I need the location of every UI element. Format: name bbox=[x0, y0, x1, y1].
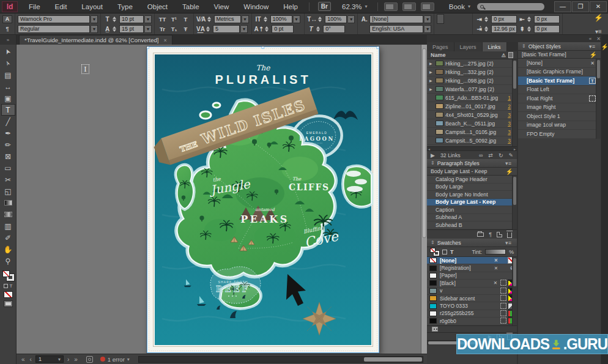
hand-tool[interactable]: ✋ bbox=[1, 243, 15, 255]
menu-item[interactable]: Table bbox=[175, 3, 207, 10]
justify-center-button[interactable] bbox=[445, 24, 453, 34]
paragraph-style-row[interactable]: Catalog Page Header bbox=[427, 176, 517, 184]
link-item-row[interactable]: ▶ 4x4_Shot01_0529.jpg 3 bbox=[427, 111, 517, 119]
object-style-row[interactable]: FPO Empty bbox=[518, 130, 601, 139]
style-group-icon[interactable] bbox=[477, 232, 484, 237]
redefine-style-icon[interactable]: ¶ bbox=[489, 232, 492, 237]
swatch-row[interactable]: Sidebar accent ✕ bbox=[427, 295, 517, 302]
workspace-switcher[interactable]: Book ▾ bbox=[443, 3, 476, 10]
pencil-tool[interactable]: ✏ bbox=[1, 139, 15, 150]
tracking-field[interactable]: 5 bbox=[213, 25, 240, 33]
paragraph-style-row[interactable]: Body Large No Indent bbox=[427, 191, 517, 199]
paragraph-formatting-button[interactable]: ¶ bbox=[2, 25, 12, 33]
swatch-row[interactable]: r0g0b0 ✕ bbox=[427, 318, 517, 325]
zoom-level-dropdown[interactable]: 62.3% ▾ bbox=[336, 3, 374, 10]
toolbar-collapse-button[interactable]: » bbox=[0, 35, 17, 45]
note-tool[interactable]: ▥ bbox=[1, 220, 15, 232]
container-text-toggle[interactable]: T bbox=[4, 283, 13, 289]
menu-item[interactable]: View bbox=[207, 3, 237, 10]
link-item-row[interactable]: ▶ 615_Ado...BB3-01.jpg 1 bbox=[427, 94, 517, 102]
screen-mode-icon[interactable] bbox=[402, 2, 416, 11]
object-style-row[interactable]: [Basic Text Frame] bbox=[518, 76, 601, 86]
justify-all-button[interactable] bbox=[462, 24, 470, 34]
skew-field[interactable]: 0° bbox=[323, 25, 345, 33]
object-style-row[interactable]: Object Style 1 bbox=[518, 112, 601, 121]
close-tab-icon[interactable]: × bbox=[163, 37, 166, 43]
selection-tool[interactable]: ➤ bbox=[1, 46, 15, 58]
swatch-row[interactable]: v ✕ bbox=[427, 288, 517, 295]
leading-field[interactable]: 15 pt bbox=[119, 25, 144, 33]
vscale-stepper[interactable] bbox=[264, 17, 269, 22]
right-indent-field[interactable]: 0 px bbox=[534, 15, 560, 23]
align-right-button[interactable] bbox=[454, 14, 461, 24]
swatches-header[interactable]: ⇕ Swatches ▾≡ bbox=[427, 239, 517, 247]
styles-scrollbar[interactable] bbox=[512, 176, 517, 229]
horizontal-scale-field[interactable]: 100% bbox=[325, 15, 347, 23]
type-position-button[interactable]: T₁ bbox=[169, 25, 179, 33]
kerning-field[interactable]: Metrics bbox=[214, 15, 241, 23]
link-page-number[interactable]: 3 bbox=[506, 129, 511, 135]
chevron-down-icon[interactable]: ▼ bbox=[91, 25, 98, 33]
new-style-icon[interactable] bbox=[497, 232, 502, 237]
panel-menu-icon[interactable]: ▾≡ bbox=[503, 160, 513, 166]
chevron-down-icon[interactable]: ▼ bbox=[424, 15, 431, 23]
edit-original-icon[interactable]: ✎ bbox=[508, 152, 513, 158]
horizontal-scrollbar[interactable] bbox=[138, 356, 423, 363]
expand-icon[interactable]: ▶ bbox=[429, 61, 434, 65]
font-family-field[interactable]: Warnock Pro bbox=[18, 15, 90, 23]
expand-icon[interactable]: ▶ bbox=[431, 152, 435, 158]
space-after-field[interactable]: 0 px bbox=[534, 25, 560, 33]
scissors-tool[interactable]: ✂ bbox=[1, 174, 15, 185]
chevron-down-icon[interactable]: ▼ bbox=[424, 25, 431, 33]
tint-slider[interactable] bbox=[485, 249, 506, 254]
line-tool[interactable]: ╱ bbox=[1, 116, 15, 127]
document-page[interactable]: THE WILD ISLES The PLURALIST EMERALD LAG… bbox=[147, 46, 379, 353]
link-item-row[interactable]: ▶ Hiking_...098.jpg (2) bbox=[427, 76, 517, 85]
zoom-tool[interactable]: ⚲ bbox=[1, 255, 15, 267]
quick-apply-icon[interactable]: ⚡ bbox=[601, 43, 608, 50]
link-item-row[interactable]: ▶ Hiking_...275.jpg (2) bbox=[427, 59, 517, 68]
vertical-scrollbar[interactable] bbox=[421, 45, 427, 354]
chevron-down-icon[interactable]: ▼ bbox=[242, 15, 249, 23]
object-styles-scrollbar[interactable] bbox=[596, 59, 601, 139]
update-link-icon[interactable]: ↻ bbox=[499, 152, 503, 158]
leading-stepper[interactable] bbox=[113, 26, 118, 32]
chevron-down-icon[interactable]: ▼ bbox=[145, 15, 152, 23]
minimize-button[interactable]: — bbox=[554, 1, 571, 12]
gap-tool[interactable]: ↔ bbox=[1, 81, 15, 92]
align-center-button[interactable] bbox=[445, 14, 453, 24]
language-field[interactable]: English: USA bbox=[369, 25, 423, 33]
link-page-number[interactable]: 1 bbox=[506, 95, 511, 101]
free-transform-tool[interactable]: ◱ bbox=[1, 185, 15, 197]
expand-icon[interactable]: ▶ bbox=[429, 87, 434, 91]
delete-style-icon[interactable] bbox=[507, 232, 512, 238]
align-left-button[interactable] bbox=[437, 14, 444, 24]
font-style-field[interactable]: Regular bbox=[18, 25, 90, 33]
apply-none-button[interactable] bbox=[4, 291, 13, 298]
relink-icon[interactable]: ⇄ bbox=[488, 152, 493, 158]
space-after-stepper[interactable] bbox=[527, 26, 533, 32]
link-chain-icon[interactable]: ∞ bbox=[479, 152, 483, 158]
last-page-button[interactable]: » bbox=[73, 356, 79, 363]
menu-item[interactable]: Object bbox=[140, 3, 175, 10]
gradient-swatch-tool[interactable] bbox=[1, 197, 15, 209]
link-item-row[interactable]: ▶ Campsit...1_0105.jpg 3 bbox=[427, 128, 517, 136]
object-style-row[interactable]: Image Right bbox=[518, 103, 601, 113]
menu-item[interactable]: Window bbox=[236, 3, 276, 10]
left-indent-stepper[interactable] bbox=[484, 17, 490, 22]
object-style-row[interactable]: Float Left bbox=[518, 86, 601, 95]
type-tool[interactable]: T bbox=[1, 104, 15, 116]
paragraph-style-row[interactable]: Body Large Last - Keep bbox=[427, 199, 517, 207]
close-panel-icon[interactable]: ✕ bbox=[596, 36, 601, 42]
page-tool[interactable]: ▤ bbox=[1, 69, 15, 81]
chevron-down-icon[interactable]: ▼ bbox=[145, 25, 152, 33]
link-item-row[interactable]: ▶ Waterfa...077.jpg (2) bbox=[427, 85, 517, 94]
type-position-button[interactable]: Ŧ bbox=[180, 25, 191, 33]
rectangle-tool[interactable]: ▭ bbox=[1, 162, 15, 174]
swatch-row[interactable]: TOYO 0333 ✕ bbox=[427, 302, 517, 310]
font-size-field[interactable]: 10 pt bbox=[119, 15, 144, 23]
chevron-down-icon[interactable]: ▼ bbox=[294, 15, 300, 23]
paragraph-style-row[interactable]: Subhead B bbox=[427, 221, 517, 229]
link-page-number[interactable]: 3 bbox=[506, 112, 511, 118]
baseline-stepper[interactable] bbox=[265, 26, 270, 32]
